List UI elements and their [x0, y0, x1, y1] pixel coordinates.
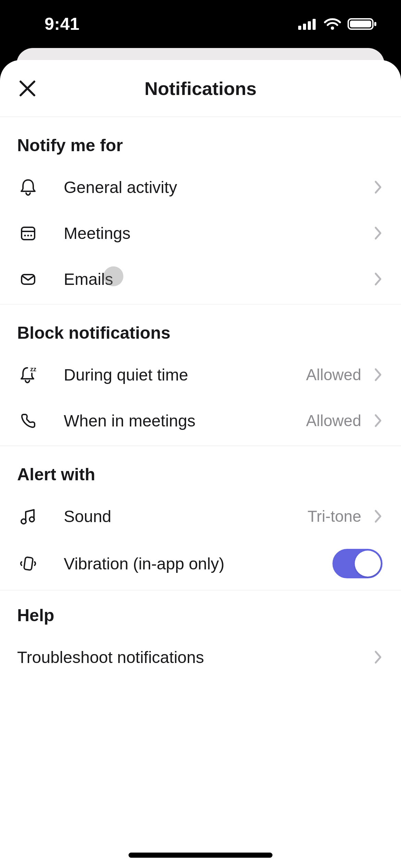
row-label: General activity — [64, 178, 374, 197]
chevron-right-icon — [374, 272, 382, 286]
row-label: When in meetings — [64, 411, 306, 430]
row-value: Allowed — [306, 411, 361, 430]
row-meetings[interactable]: Meetings — [0, 210, 401, 256]
vibrate-icon — [17, 553, 39, 575]
section-header-notify: Notify me for — [0, 117, 401, 164]
row-emails[interactable]: Emails — [0, 256, 401, 302]
row-sound[interactable]: Sound Tri-tone — [0, 493, 401, 539]
vibration-toggle[interactable] — [332, 549, 382, 578]
row-label: Troubleshoot notifications — [17, 648, 374, 667]
row-label: Emails — [64, 270, 374, 289]
row-label: Sound — [64, 507, 307, 526]
chevron-right-icon — [374, 414, 382, 427]
section-header-block: Block notifications — [0, 304, 401, 352]
row-quiet-time[interactable]: zz During quiet time Allowed — [0, 352, 401, 398]
cellular-icon — [298, 18, 317, 30]
svg-rect-3 — [313, 19, 316, 30]
modal-header: Notifications — [0, 60, 401, 117]
svg-point-17 — [21, 519, 26, 524]
close-button[interactable] — [15, 76, 40, 101]
svg-rect-0 — [298, 26, 301, 30]
section-header-alert: Alert with — [0, 446, 401, 493]
row-troubleshoot[interactable]: Troubleshoot notifications — [0, 634, 401, 680]
svg-rect-7 — [374, 22, 376, 26]
status-bar: 9:41 — [0, 0, 401, 48]
home-indicator — [129, 853, 272, 858]
chevron-right-icon — [374, 226, 382, 240]
svg-point-13 — [27, 234, 29, 236]
svg-point-4 — [331, 26, 334, 30]
svg-rect-1 — [303, 24, 306, 30]
phone-icon — [17, 410, 39, 432]
section-alert: Alert with Sound Tri-tone Vibration (in-… — [0, 446, 401, 590]
section-help: Help Troubleshoot notifications — [0, 590, 401, 682]
chevron-right-icon — [374, 180, 382, 194]
status-icons — [298, 17, 377, 31]
section-notify: Notify me for General activity Meetings — [0, 117, 401, 304]
page-title: Notifications — [144, 78, 256, 99]
section-block: Block notifications zz During quiet time… — [0, 304, 401, 446]
svg-rect-6 — [350, 21, 371, 27]
calendar-icon — [17, 222, 39, 244]
row-when-in-meetings[interactable]: When in meetings Allowed — [0, 398, 401, 444]
sheet: Notifications Notify me for General acti… — [0, 60, 401, 868]
row-value: Allowed — [306, 365, 361, 384]
row-value: Tri-tone — [307, 507, 361, 526]
status-time: 9:41 — [21, 14, 80, 34]
section-header-help: Help — [0, 590, 401, 634]
music-note-icon — [17, 505, 39, 527]
svg-text:zz: zz — [30, 366, 36, 373]
battery-icon — [348, 17, 377, 31]
row-label: Vibration (in-app only) — [64, 554, 332, 573]
chevron-right-icon — [374, 368, 382, 382]
bell-icon — [17, 176, 39, 198]
svg-point-18 — [29, 517, 34, 522]
row-label: Meetings — [64, 224, 374, 243]
row-vibration: Vibration (in-app only) — [0, 539, 401, 588]
row-label: During quiet time — [64, 365, 306, 384]
svg-rect-2 — [308, 21, 311, 30]
svg-point-14 — [30, 234, 32, 236]
svg-rect-19 — [24, 557, 33, 570]
row-general-activity[interactable]: General activity — [0, 164, 401, 210]
envelope-icon — [17, 268, 39, 290]
toggle-knob — [355, 551, 381, 577]
close-icon — [18, 79, 37, 98]
chevron-right-icon — [374, 509, 382, 523]
svg-point-12 — [24, 234, 26, 236]
bell-snooze-icon: zz — [17, 364, 39, 386]
wifi-icon — [324, 17, 341, 31]
chevron-right-icon — [374, 650, 382, 664]
svg-rect-10 — [22, 227, 35, 240]
